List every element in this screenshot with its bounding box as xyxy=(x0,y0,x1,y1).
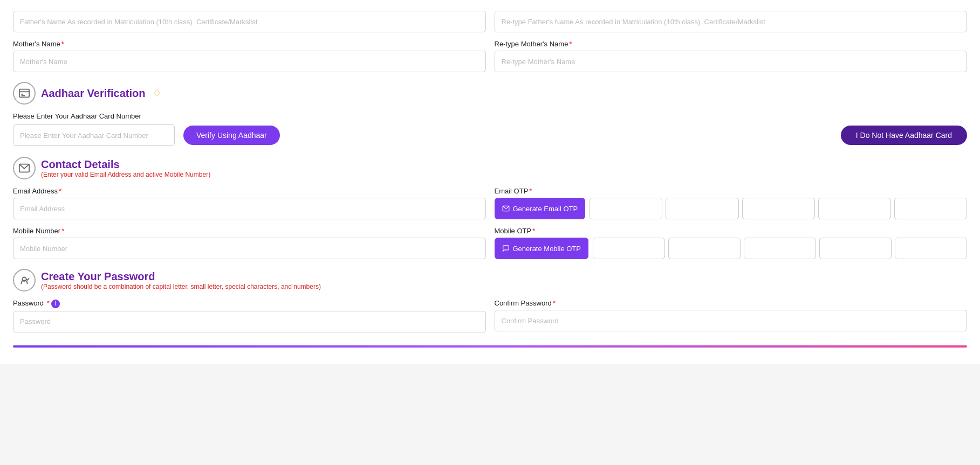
retype-fathers-name-field xyxy=(495,11,968,32)
email-label: Email Address* xyxy=(13,187,486,195)
password-title: Create Your Password xyxy=(41,270,321,283)
password-subtitle: (Password should be a combination of cap… xyxy=(41,283,321,290)
retype-mothers-name-label: Re-type Mother's Name* xyxy=(495,40,968,48)
confirm-password-label: Confirm Password* xyxy=(495,299,968,307)
password-section-header: Create Your Password (Password should be… xyxy=(13,269,967,292)
email-required: * xyxy=(59,187,61,195)
email-row: Email Address* Email OTP* Generate Email… xyxy=(13,187,967,219)
aadhaar-row: Verify Using Aadhaar I Do Not Have Aadha… xyxy=(13,124,967,146)
mobile-otp-box-3[interactable] xyxy=(744,238,816,259)
aadhaar-icon xyxy=(13,82,36,105)
email-otp-box-3[interactable] xyxy=(742,198,815,219)
email-field: Email Address* xyxy=(13,187,486,219)
contact-subtitle: (Enter your valid Email Address and acti… xyxy=(41,171,210,178)
confirm-password-field: Confirm Password* xyxy=(495,299,968,332)
password-field: Password * i xyxy=(13,299,486,332)
mobile-otp-box-1[interactable] xyxy=(593,238,665,259)
retype-mothers-name-field: Re-type Mother's Name* xyxy=(495,40,968,72)
verify-aadhaar-button[interactable]: Verify Using Aadhaar xyxy=(183,126,280,145)
mobile-field: Mobile Number* xyxy=(13,227,486,259)
mobile-required: * xyxy=(61,227,64,235)
mothers-name-label: Mother's Name* xyxy=(13,40,486,48)
password-row: Password * i Confirm Password* xyxy=(13,299,967,332)
aadhaar-section-header: Aadhaar Verification ♢ xyxy=(13,82,967,105)
email-otp-field: Email OTP* Generate Email OTP xyxy=(495,187,968,219)
mobile-otp-group: Generate Mobile OTP xyxy=(495,238,968,259)
generate-mobile-otp-button[interactable]: Generate Mobile OTP xyxy=(495,238,588,259)
generate-email-otp-button[interactable]: Generate Email OTP xyxy=(495,198,586,219)
password-info-icon[interactable]: i xyxy=(51,300,60,308)
mobile-input[interactable] xyxy=(13,238,486,259)
email-input[interactable] xyxy=(13,198,486,219)
retype-mothers-name-required: * xyxy=(569,40,572,48)
mobile-label: Mobile Number* xyxy=(13,227,486,235)
fathers-name-input[interactable] xyxy=(13,11,486,32)
mobile-otp-box-4[interactable] xyxy=(819,238,892,259)
email-otp-group: Generate Email OTP xyxy=(495,198,968,219)
email-otp-box-5[interactable] xyxy=(894,198,967,219)
password-label-row: Password * i xyxy=(13,299,486,308)
mobile-otp-boxes xyxy=(593,238,967,259)
mobile-otp-field: Mobile OTP* Generate Mobile OTP xyxy=(495,227,968,259)
mobile-otp-box-5[interactable] xyxy=(895,238,967,259)
password-required: * xyxy=(47,299,50,307)
contact-section-header: Contact Details (Enter your valid Email … xyxy=(13,157,967,179)
contact-title: Contact Details xyxy=(41,158,210,171)
contact-icon xyxy=(13,157,36,179)
mothers-name-field: Mother's Name* xyxy=(13,40,486,72)
fathers-name-field xyxy=(13,11,486,32)
email-otp-box-4[interactable] xyxy=(818,198,891,219)
password-input[interactable] xyxy=(13,311,486,332)
fathers-name-row xyxy=(13,11,967,32)
email-otp-label: Email OTP* xyxy=(495,187,968,195)
retype-mothers-name-input[interactable] xyxy=(495,51,968,72)
contact-title-block: Contact Details (Enter your valid Email … xyxy=(41,158,210,178)
email-otp-box-2[interactable] xyxy=(666,198,738,219)
aadhaar-number-input[interactable] xyxy=(13,124,175,146)
password-title-block: Create Your Password (Password should be… xyxy=(41,270,321,290)
mobile-otp-box-2[interactable] xyxy=(668,238,741,259)
aadhaar-input-section: Please Enter Your Aadhaar Card Number Ve… xyxy=(13,112,967,146)
mothers-name-row: Mother's Name* Re-type Mother's Name* xyxy=(13,40,967,72)
mobile-otp-required: * xyxy=(532,227,535,235)
aadhaar-enter-label: Please Enter Your Aadhaar Card Number xyxy=(13,112,967,120)
mobile-row: Mobile Number* Mobile OTP* Generate Mobi… xyxy=(13,227,967,259)
mobile-otp-label: Mobile OTP* xyxy=(495,227,968,235)
aadhaar-input-wrapper xyxy=(13,124,175,146)
bottom-divider xyxy=(13,345,967,348)
no-aadhaar-button[interactable]: I Do Not Have Aadhaar Card xyxy=(841,126,967,145)
email-otp-boxes xyxy=(590,198,967,219)
email-otp-box-1[interactable] xyxy=(590,198,662,219)
mothers-name-input[interactable] xyxy=(13,51,486,72)
password-icon xyxy=(13,269,36,292)
page-container: Mother's Name* Re-type Mother's Name* Aa… xyxy=(0,0,980,364)
warning-icon: ♢ xyxy=(153,87,161,99)
retype-fathers-name-input[interactable] xyxy=(495,11,968,32)
confirm-password-input[interactable] xyxy=(495,310,968,331)
aadhaar-title: Aadhaar Verification xyxy=(41,87,145,100)
confirm-password-required: * xyxy=(553,299,556,307)
email-otp-required: * xyxy=(529,187,532,195)
mothers-name-required: * xyxy=(61,40,64,48)
